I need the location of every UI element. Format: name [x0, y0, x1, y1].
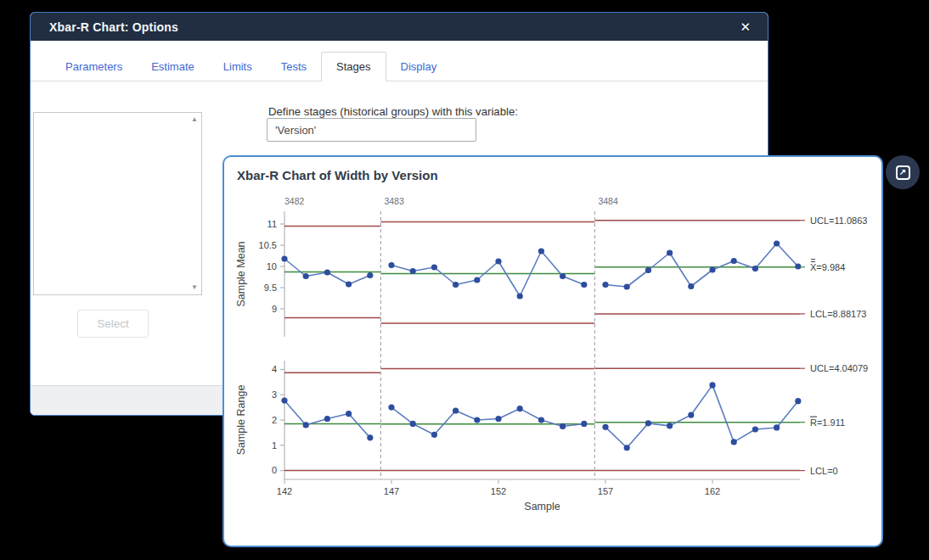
y-tick-label: 3: [272, 389, 277, 400]
data-point: [731, 439, 737, 445]
x-tick-label: 152: [491, 486, 506, 496]
data-point: [752, 426, 758, 432]
y-tick-label: 0: [272, 465, 277, 475]
data-point: [538, 417, 544, 423]
stage-label: 3482: [284, 196, 305, 206]
data-point: [346, 281, 352, 287]
data-point: [324, 269, 330, 275]
data-point: [431, 432, 437, 438]
x-axis-title: Sample: [524, 501, 560, 512]
dialog-title-bar: Xbar-R Chart: Options ✕: [31, 13, 768, 41]
data-point: [752, 266, 758, 272]
close-icon: ✕: [740, 20, 751, 34]
y-tick-label: 1: [272, 440, 277, 451]
data-point: [538, 248, 544, 254]
scroll-down-icon[interactable]: ▼: [191, 284, 198, 291]
data-point: [388, 262, 394, 268]
limit-label: LCL=8.88173: [810, 309, 866, 319]
data-point: [346, 411, 352, 417]
close-button[interactable]: ✕: [733, 17, 757, 36]
data-point: [495, 258, 501, 264]
data-point: [709, 382, 715, 388]
tab-limits[interactable]: Limits: [209, 53, 267, 81]
limit-label: UCL=11.0863: [810, 216, 867, 226]
y-axis-title: Sample Mean: [235, 241, 247, 306]
data-point: [688, 412, 694, 417]
data-point: [795, 398, 801, 404]
define-stages-label: Define stages (historical groups) with t…: [268, 105, 518, 118]
series-line: [391, 407, 584, 434]
y-axis-title: Sample Range: [235, 385, 247, 456]
double-bar: =: [811, 256, 816, 266]
data-point: [774, 240, 780, 246]
data-point: [688, 283, 694, 289]
select-button[interactable]: Select: [77, 310, 149, 338]
data-point: [581, 421, 587, 427]
tab-bar: Parameters Estimate Limits Tests Stages …: [31, 41, 768, 81]
chart-window: Xbar-R Chart of Width by Version 1110.51…: [222, 155, 883, 547]
limit-label: LCL=0: [810, 466, 838, 476]
data-point: [560, 273, 566, 279]
tab-stages[interactable]: Stages: [321, 52, 386, 81]
data-point: [667, 249, 673, 255]
popout-icon: ↗: [899, 168, 906, 176]
y-tick-label: 9.5: [264, 283, 277, 293]
data-point: [431, 264, 437, 270]
stage-variables-listbox[interactable]: ▲ ▼: [33, 112, 202, 295]
data-point: [474, 417, 480, 423]
app-background: Xbar-R Chart: Options ✕ Parameters Estim…: [0, 0, 929, 560]
popout-button[interactable]: ↗: [886, 155, 920, 189]
data-point: [709, 266, 715, 272]
stage-label: 3484: [598, 196, 618, 206]
y-tick-label: 2: [272, 415, 277, 425]
y-tick-label: 9: [272, 304, 277, 314]
stage-variable-input[interactable]: [267, 118, 476, 142]
data-point: [410, 421, 416, 427]
data-point: [581, 282, 587, 288]
data-point: [624, 283, 630, 289]
data-point: [281, 397, 287, 403]
data-point: [560, 423, 566, 429]
data-point: [453, 407, 459, 413]
x-tick-label: 147: [384, 486, 399, 496]
data-point: [474, 277, 480, 283]
data-point: [495, 416, 501, 422]
data-point: [645, 420, 651, 426]
data-point: [774, 424, 780, 430]
series-line: [605, 385, 798, 448]
data-point: [388, 405, 394, 411]
listbox-scrollbar[interactable]: ▲ ▼: [188, 113, 201, 294]
x-tick-label: 142: [277, 486, 292, 496]
data-point: [602, 424, 608, 430]
tab-display[interactable]: Display: [386, 53, 452, 81]
data-point: [517, 406, 523, 412]
stage-label: 3483: [384, 196, 404, 206]
data-point: [281, 255, 287, 261]
y-tick-label: 4: [272, 364, 277, 374]
tab-estimate[interactable]: Estimate: [137, 53, 209, 81]
control-charts-svg: 1110.5109.59Sample MeanUCL=11.0863X=9.98…: [224, 157, 881, 546]
data-point: [517, 293, 523, 299]
y-tick-label: 10.5: [259, 240, 277, 250]
series-line: [605, 244, 798, 287]
data-point: [602, 282, 608, 288]
y-tick-label: 11: [267, 219, 277, 229]
limit-label: R=1.911: [810, 417, 845, 428]
x-tick-label: 162: [705, 486, 720, 496]
limit-label: UCL=4.04079: [810, 363, 868, 373]
data-point: [731, 258, 737, 264]
tab-tests[interactable]: Tests: [267, 53, 321, 81]
popout-frame: ↗: [896, 165, 910, 180]
y-tick-label: 10: [267, 261, 277, 272]
data-point: [624, 445, 630, 451]
dialog-title: Xbar-R Chart: Options: [49, 20, 178, 34]
data-point: [667, 423, 673, 428]
scroll-up-icon[interactable]: ▲: [191, 116, 198, 123]
data-point: [324, 416, 330, 422]
data-point: [453, 282, 459, 288]
data-point: [367, 434, 373, 440]
data-point: [303, 273, 309, 279]
data-point: [367, 272, 373, 278]
data-point: [645, 267, 651, 273]
tab-parameters[interactable]: Parameters: [51, 53, 137, 81]
